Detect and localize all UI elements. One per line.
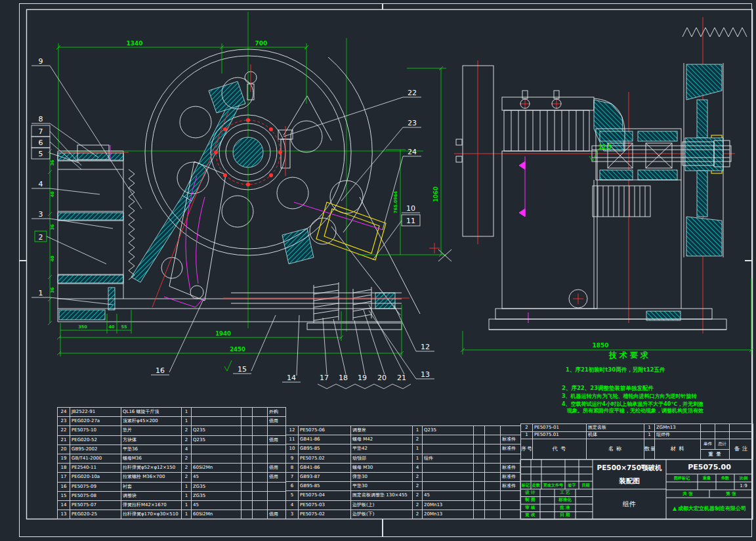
parts-cell [701, 424, 715, 432]
balloon-12: 12 [421, 343, 430, 351]
balloon-11: 11 [406, 217, 415, 225]
parts-cell [192, 444, 242, 454]
parts-cell [474, 435, 485, 444]
parts-cell: 60Si2Mn [192, 510, 242, 519]
parts-cell [253, 510, 268, 519]
parts-cell [268, 426, 286, 435]
parts-cell: 21 [58, 435, 70, 444]
balloon-1: 1 [39, 289, 43, 297]
parts-cell: 2 [413, 482, 423, 491]
tb-sheets-label: 共 张 [666, 490, 709, 498]
parts-cell: 衬套 [121, 482, 182, 491]
parts-row: 20GB95-2002平垫364 [58, 444, 286, 454]
parts-cell: PEG020-25 [70, 510, 121, 519]
parts-row: 15PE5075-08调整块1ZG35 [58, 491, 286, 500]
parts-row: 14PE5075-07弹簧拉杆M42×1670145 [58, 500, 286, 509]
parts-cell: 借用 [268, 464, 286, 473]
parts-cell: 拉杆弹簧φ52×φ12×150 [121, 464, 182, 473]
dim-v1: 765.0964 [393, 190, 398, 213]
parts-cell: 4 [413, 463, 423, 472]
balloon-22: 22 [408, 89, 417, 97]
parts-cell [253, 426, 268, 435]
balloon-3: 3 [39, 210, 43, 219]
parts-cell: PE5075-01 [533, 424, 587, 432]
parts-cell: Q235 [192, 426, 242, 435]
parts-cell: 2 [182, 426, 192, 435]
parts-cell [485, 472, 501, 481]
parts-cell [242, 426, 253, 435]
tb-count-label: 处数 [531, 481, 541, 489]
parts-cell: 17 [58, 473, 70, 482]
parts-cell [474, 500, 485, 509]
header-weight-label: 重 量 [701, 450, 729, 460]
parts-cell: 调整座 [351, 426, 413, 435]
parts-cell: JB2522-91 [70, 408, 121, 417]
balloon-19: 19 [358, 374, 367, 382]
parts-cell: 1 [644, 424, 655, 432]
parts-cell [423, 482, 474, 491]
parts-cell: 1 [182, 408, 192, 417]
parts-cell [485, 509, 501, 519]
parts-cell [242, 408, 253, 417]
parts-cell [242, 454, 253, 463]
parts-cell [253, 491, 268, 500]
parts-cell [485, 426, 501, 435]
parts-cell [253, 454, 268, 463]
parts-cell: PE2540-11 [70, 464, 121, 473]
header-weight: 单件 总计 重 量 [701, 439, 730, 460]
header-code: 代 号 [533, 439, 587, 460]
parts-row: 12PE5075-06调整座1Q235 [286, 426, 521, 435]
parts-cell: 9 [286, 454, 299, 463]
parts-cell: 平垫30 [351, 482, 413, 491]
parts-cell: 18 [58, 464, 70, 473]
company-logo-icon: ▲ [673, 506, 677, 511]
dim-bottom2: 2450 [230, 346, 245, 353]
tech-req-line: 3、机器运转方向为飞轮、槽轮向进料口方向为逆时针旋转 [562, 393, 697, 400]
dim-bottom1: 1940 [215, 330, 231, 337]
parts-cell [268, 444, 286, 454]
dim-wall-1: 40 [50, 191, 55, 198]
parts-cell: Q235 [423, 426, 474, 435]
parts-cell [268, 454, 286, 463]
parts-cell: 边护板(下) [351, 509, 413, 519]
tb-check-label: 审 核 [520, 504, 540, 511]
part-type: 组件 [593, 489, 666, 519]
parts-table-right: 2PE5075-01固定齿板1ZGMn131PE5075.01机体1组焊件 序号… [520, 423, 753, 460]
tb-date2-label: 日 期 [555, 511, 576, 519]
parts-cell: 垫片 [121, 426, 182, 435]
parts-cell: 外购 [268, 408, 286, 417]
parts-cell [501, 426, 521, 435]
parts-cell: 1 [182, 510, 192, 519]
dim-v2: 1060 [432, 186, 439, 202]
parts-row: 2PE5075-01固定齿板1ZGMn13 [521, 424, 753, 432]
parts-cell [253, 408, 268, 417]
parts-row: 13PEG020-25拉杆弹簧φ170×φ30×510160Si2Mn借用 [58, 510, 286, 519]
parts-cell: GB41-86 [299, 435, 351, 444]
parts-cell [474, 426, 485, 435]
parts-cell: 14 [58, 500, 70, 509]
parts-cell [501, 454, 521, 463]
dim-roughness: 12.5 [598, 144, 612, 150]
parts-row: 22PE5075-10垫片2Q235 [58, 426, 286, 435]
parts-cell: PEG020-52 [70, 435, 121, 444]
balloon-21: 21 [397, 374, 406, 382]
drawing-title-line2: 装配图 [593, 474, 666, 488]
parts-cell: 10 [286, 444, 299, 454]
company-name: ▲成都大宏立机器制造有限公司 [666, 498, 753, 519]
parts-cell: 弹簧拉杆M42×1670 [121, 500, 182, 509]
parts-cell: PEG020-27a [70, 417, 121, 426]
dim-top1: 1340 [126, 40, 142, 47]
parts-cell: GB95-85 [299, 482, 351, 491]
parts-cell: 2 [413, 509, 423, 519]
parts-cell [474, 454, 485, 463]
parts-cell [242, 482, 253, 491]
parts-cell: PE5075.01 [533, 431, 587, 439]
parts-cell [501, 509, 521, 519]
parts-cell: PE5075-07 [70, 500, 121, 509]
parts-cell: 边护板(上) [351, 500, 413, 509]
parts-row: 4PE5075-03边护板(上)220Mn13 [286, 500, 521, 509]
parts-cell: 16 [58, 482, 70, 491]
parts-cell [192, 417, 242, 426]
drawing-title-line1: PE500×750颚破机 [593, 461, 666, 475]
parts-cell [423, 472, 474, 481]
